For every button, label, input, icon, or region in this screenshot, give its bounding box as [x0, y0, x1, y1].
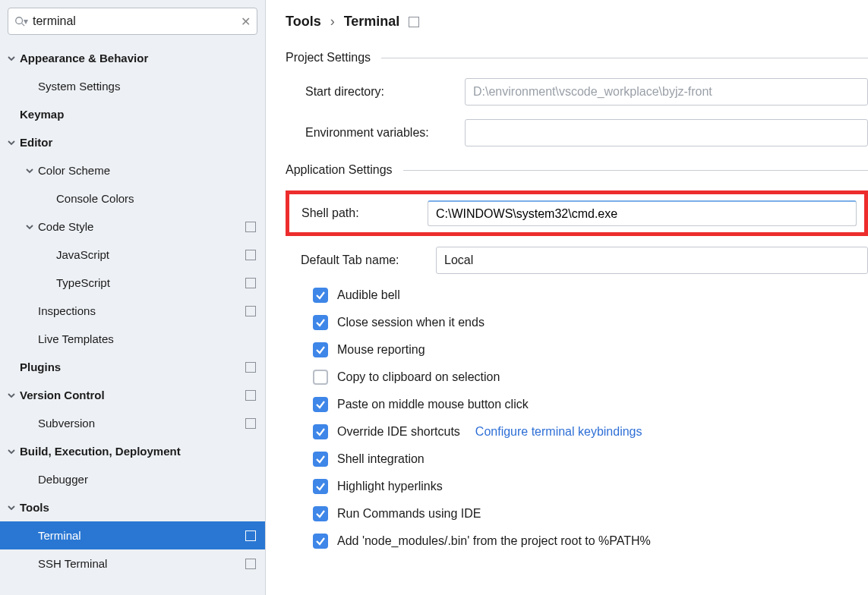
- tree-item-label: Appearance & Behavior: [20, 52, 256, 65]
- divider: [381, 58, 868, 58]
- chevron-down-icon[interactable]: [6, 53, 17, 64]
- tree-item-label: Editor: [20, 136, 256, 149]
- clear-search-icon[interactable]: ✕: [241, 14, 251, 29]
- project-scope-icon: [409, 17, 419, 27]
- tree-item-tools[interactable]: Tools: [0, 493, 265, 521]
- checkbox[interactable]: [313, 424, 328, 439]
- default-tab-input[interactable]: [436, 247, 868, 274]
- checkbox-label[interactable]: Audible bell: [337, 288, 400, 302]
- tree-item-label: Inspections: [38, 304, 245, 317]
- chevron-down-icon[interactable]: [6, 502, 17, 513]
- tree-item-ssh-terminal[interactable]: SSH Terminal: [0, 549, 265, 578]
- tree-item-label: Code Style: [38, 220, 245, 233]
- breadcrumb-root[interactable]: Tools: [286, 14, 321, 30]
- tree-item-label: Live Templates: [38, 332, 256, 345]
- row-default-tab-name: Default Tab name:: [286, 247, 868, 274]
- checkbox[interactable]: [313, 288, 328, 303]
- tree-item-javascript[interactable]: JavaScript: [0, 241, 265, 269]
- tree-item-label: Console Colors: [56, 192, 256, 205]
- tree-item-label: TypeScript: [56, 276, 245, 289]
- tree-item-subversion[interactable]: Subversion: [0, 409, 265, 437]
- shell-path-label: Shell path:: [294, 206, 428, 220]
- tree-item-build-execution-deployment[interactable]: Build, Execution, Deployment: [0, 437, 265, 465]
- project-scope-icon: [245, 559, 256, 569]
- checkbox-label[interactable]: Shell integration: [337, 452, 425, 466]
- svg-point-0: [16, 17, 23, 24]
- tree-item-color-scheme[interactable]: Color Scheme: [0, 156, 265, 184]
- section-label: Application Settings: [286, 163, 393, 177]
- chevron-down-icon[interactable]: [6, 390, 17, 401]
- tree-item-label: Tools: [20, 501, 256, 514]
- project-scope-icon: [245, 362, 256, 373]
- check-row-mouse-reporting: Mouse reporting: [286, 342, 868, 357]
- tree-item-label: Version Control: [20, 389, 245, 401]
- tree-item-keymap[interactable]: Keymap: [0, 100, 265, 128]
- checkbox[interactable]: [313, 479, 328, 494]
- checkbox[interactable]: [313, 370, 328, 385]
- row-env-vars: Environment variables:: [286, 119, 868, 146]
- tree-item-label: Terminal: [38, 529, 245, 542]
- checkbox-label[interactable]: Mouse reporting: [337, 343, 425, 357]
- tree-item-appearance-behavior[interactable]: Appearance & Behavior: [0, 44, 265, 72]
- checkbox[interactable]: [313, 397, 328, 412]
- project-scope-icon: [245, 418, 256, 429]
- breadcrumb-separator: ›: [330, 14, 335, 30]
- checkbox[interactable]: [313, 342, 328, 357]
- project-scope-icon: [245, 278, 256, 288]
- tree-item-live-templates[interactable]: Live Templates: [0, 325, 265, 353]
- checkbox[interactable]: [313, 534, 328, 549]
- chevron-down-icon[interactable]: [6, 137, 17, 148]
- checkbox-label[interactable]: Highlight hyperlinks: [337, 480, 443, 493]
- shell-path-highlight: Shell path:: [286, 190, 868, 236]
- configure-keybindings-link[interactable]: Configure terminal keybindings: [475, 425, 642, 439]
- project-scope-icon: [245, 222, 256, 232]
- checkbox-label[interactable]: Paste on middle mouse button click: [337, 398, 529, 411]
- check-row-shell-integration: Shell integration: [286, 452, 868, 467]
- tree-item-label: Subversion: [38, 417, 245, 430]
- project-scope-icon: [245, 306, 256, 316]
- breadcrumb: Tools › Terminal: [286, 14, 868, 30]
- settings-main: Tools › Terminal Project Settings Start …: [266, 0, 868, 595]
- tree-item-debugger[interactable]: Debugger: [0, 465, 265, 493]
- tree-item-system-settings[interactable]: System Settings: [0, 72, 265, 100]
- tree-item-inspections[interactable]: Inspections: [0, 297, 265, 325]
- tree-item-code-style[interactable]: Code Style: [0, 212, 265, 241]
- tree-item-terminal[interactable]: Terminal: [0, 521, 265, 549]
- search-input[interactable]: [28, 14, 241, 28]
- checkbox-label[interactable]: Copy to clipboard on selection: [337, 370, 500, 384]
- start-directory-input[interactable]: [465, 78, 868, 105]
- checkbox[interactable]: [313, 315, 328, 330]
- breadcrumb-leaf: Terminal: [344, 14, 400, 30]
- settings-sidebar: ▾ ✕ Appearance & BehaviorSystem Settings…: [0, 0, 266, 595]
- shell-path-input[interactable]: [428, 200, 857, 226]
- check-row-add-node-modules-bin-from-the-: Add 'node_modules/.bin' from the project…: [286, 534, 868, 549]
- section-project-settings: Project Settings: [286, 51, 868, 65]
- checkbox[interactable]: [313, 452, 328, 467]
- checkbox[interactable]: [313, 506, 328, 521]
- tree-item-editor[interactable]: Editor: [0, 128, 265, 156]
- project-scope-icon: [245, 390, 256, 401]
- tree-item-console-colors[interactable]: Console Colors: [0, 184, 265, 212]
- section-app-settings: Application Settings: [286, 163, 868, 177]
- section-label: Project Settings: [286, 51, 371, 65]
- chevron-down-icon[interactable]: [6, 446, 17, 457]
- env-vars-input[interactable]: [465, 119, 868, 146]
- tree-item-version-control[interactable]: Version Control: [0, 381, 265, 409]
- tree-item-typescript[interactable]: TypeScript: [0, 269, 265, 297]
- checkbox-label[interactable]: Run Commands using IDE: [337, 507, 481, 521]
- check-row-run-commands-using-ide: Run Commands using IDE: [286, 506, 868, 521]
- project-scope-icon: [245, 250, 256, 260]
- check-row-copy-to-clipboard-on-selection: Copy to clipboard on selection: [286, 370, 868, 385]
- tree-item-plugins[interactable]: Plugins: [0, 353, 265, 381]
- tree-item-label: SSH Terminal: [38, 557, 245, 570]
- settings-tree: Appearance & BehaviorSystem SettingsKeym…: [0, 44, 265, 595]
- checkbox-label[interactable]: Add 'node_modules/.bin' from the project…: [337, 534, 651, 548]
- tree-item-label: Debugger: [38, 473, 256, 486]
- checkbox-label[interactable]: Close session when it ends: [337, 316, 485, 329]
- search-box[interactable]: ▾ ✕: [8, 8, 257, 35]
- chevron-down-icon[interactable]: [24, 222, 35, 232]
- chevron-down-icon[interactable]: [24, 165, 35, 176]
- tree-item-label: System Settings: [38, 80, 256, 93]
- start-directory-label: Start directory:: [305, 85, 465, 99]
- checkbox-label[interactable]: Override IDE shortcuts: [337, 425, 460, 439]
